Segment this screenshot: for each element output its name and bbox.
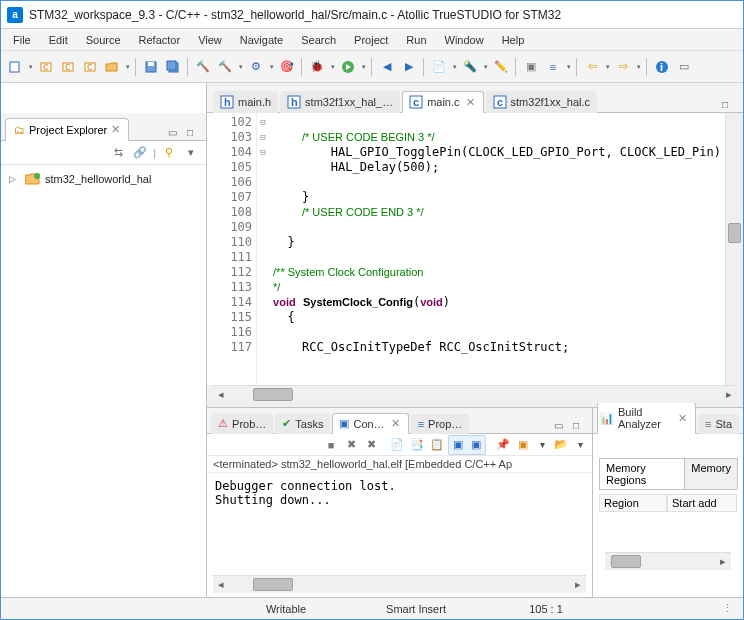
forward-dropdown-icon[interactable]: ▾ xyxy=(635,57,642,77)
console-scrollbar[interactable]: ◂ ▸ xyxy=(213,575,586,593)
menu-view[interactable]: View xyxy=(190,32,230,48)
new-folder[interactable] xyxy=(102,57,122,77)
collapse-all-icon[interactable]: ⇆ xyxy=(109,144,127,162)
search-dropdown-icon[interactable]: ▾ xyxy=(482,57,489,77)
run-button[interactable] xyxy=(338,57,358,77)
menu-refactor[interactable]: Refactor xyxy=(131,32,189,48)
build-target[interactable]: 🎯 xyxy=(277,57,297,77)
collapse-button[interactable]: ▭ xyxy=(674,57,694,77)
status-menu-icon[interactable]: ⋮ xyxy=(722,602,733,615)
menu-navigate[interactable]: Navigate xyxy=(232,32,291,48)
scrollbar-thumb[interactable] xyxy=(253,578,293,591)
minimize-view-icon[interactable]: ▭ xyxy=(550,417,566,433)
pin-console-icon[interactable]: 📌 xyxy=(494,436,512,454)
new-button[interactable] xyxy=(5,57,25,77)
build-dropdown-icon[interactable]: ▾ xyxy=(237,57,244,77)
new-folder-dropdown-icon[interactable]: ▾ xyxy=(124,57,131,77)
expand-arrow-icon[interactable]: ▷ xyxy=(9,174,21,184)
close-icon[interactable]: ✕ xyxy=(111,123,120,136)
scroll-right-icon[interactable]: ▸ xyxy=(715,553,731,570)
scroll-left-icon[interactable]: ◂ xyxy=(213,576,229,593)
tree-item-project[interactable]: ▷ stm32_helloworld_hal xyxy=(9,171,198,187)
maximize-editor-icon[interactable]: □ xyxy=(717,96,733,112)
save-button[interactable] xyxy=(141,57,161,77)
maximize-view-icon[interactable]: □ xyxy=(182,124,198,140)
vertical-scrollbar[interactable] xyxy=(725,113,743,385)
forward-button[interactable]: ⇨ xyxy=(613,57,633,77)
tab-extra[interactable]: ≡ Sta xyxy=(698,414,739,434)
clear-console-icon[interactable]: 📄 xyxy=(388,436,406,454)
horizontal-scrollbar[interactable]: ◂ ▸ xyxy=(213,385,737,403)
project-tree[interactable]: ▷ stm32_helloworld_hal xyxy=(1,165,206,597)
debug-dropdown-icon[interactable]: ▾ xyxy=(329,57,336,77)
tab-problems[interactable]: ⚠ Prob… xyxy=(211,413,273,434)
scroll-lock-icon[interactable]: 📑 xyxy=(408,436,426,454)
scrollbar-thumb[interactable] xyxy=(611,555,641,568)
remove-all-icon[interactable]: ✖ xyxy=(362,436,380,454)
tab-memory-regions[interactable]: Memory Regions xyxy=(599,458,685,489)
marker-button[interactable]: ✏️ xyxy=(491,57,511,77)
menu-source[interactable]: Source xyxy=(78,32,129,48)
back-button[interactable]: ⇦ xyxy=(582,57,602,77)
new-c-project-3[interactable]: c xyxy=(80,57,100,77)
minimize-view-icon[interactable]: ▭ xyxy=(164,124,180,140)
open-type[interactable]: 📄 xyxy=(429,57,449,77)
menu-window[interactable]: Window xyxy=(437,32,492,48)
build-scrollbar[interactable]: ◂ ▸ xyxy=(605,552,731,570)
build-config-dropdown-icon[interactable]: ▾ xyxy=(268,57,275,77)
info-button[interactable]: i xyxy=(652,57,672,77)
col-region[interactable]: Region xyxy=(599,494,667,512)
console-output[interactable]: Debugger connection lost. Shutting down.… xyxy=(207,473,592,575)
terminal-button[interactable]: ▣ xyxy=(521,57,541,77)
tab-memory-details[interactable]: Memory xyxy=(684,458,738,489)
new-dropdown-icon[interactable]: ▾ xyxy=(27,57,34,77)
tab-project-explorer[interactable]: 🗂 Project Explorer ✕ xyxy=(5,118,129,141)
code-editor[interactable]: 102 103 104 105 106 107 108 109 110 111 … xyxy=(207,113,743,385)
dropdown-icon[interactable]: ▾ xyxy=(534,437,550,453)
tab-main-c[interactable]: c main.c ✕ xyxy=(402,91,483,113)
menu-file[interactable]: File xyxy=(5,32,39,48)
scroll-right-icon[interactable]: ▸ xyxy=(570,576,586,593)
close-icon[interactable]: ✕ xyxy=(676,412,689,425)
menu-help[interactable]: Help xyxy=(494,32,533,48)
menu-edit[interactable]: Edit xyxy=(41,32,76,48)
terminate-icon[interactable]: ■ xyxy=(322,436,340,454)
col-start-addr[interactable]: Start add xyxy=(667,494,737,512)
show-when-stderr-icon[interactable]: ▣ xyxy=(467,436,485,454)
menu-search[interactable]: Search xyxy=(293,32,344,48)
open-type-dropdown-icon[interactable]: ▾ xyxy=(451,57,458,77)
new-c-project[interactable]: c xyxy=(36,57,56,77)
view-menu[interactable]: ≡ xyxy=(543,57,563,77)
close-icon[interactable]: ✕ xyxy=(464,96,477,109)
scroll-left-icon[interactable]: ◂ xyxy=(213,386,229,403)
close-icon[interactable]: ✕ xyxy=(389,417,402,430)
tab-console[interactable]: ▣ Con… ✕ xyxy=(332,413,408,434)
open-console-icon[interactable]: 📂 xyxy=(552,436,570,454)
menu-project[interactable]: Project xyxy=(346,32,396,48)
display-console-icon[interactable]: ▣ xyxy=(514,436,532,454)
tab-main-h[interactable]: h main.h xyxy=(213,91,278,113)
code-body[interactable]: /* USER CODE BEGIN 3 */ HAL_GPIO_ToggleP… xyxy=(269,113,725,385)
prev-ann[interactable]: ◀ xyxy=(377,57,397,77)
back-dropdown-icon[interactable]: ▾ xyxy=(604,57,611,77)
save-all-button[interactable] xyxy=(163,57,183,77)
link-editor-icon[interactable]: 🔗 xyxy=(131,144,149,162)
tab-tasks[interactable]: ✔ Tasks xyxy=(275,413,330,434)
remove-launch-icon[interactable]: ✖ xyxy=(342,436,360,454)
search-button[interactable]: 🔦 xyxy=(460,57,480,77)
scroll-right-icon[interactable]: ▸ xyxy=(721,386,737,403)
tab-hal-c[interactable]: c stm32f1xx_hal.c xyxy=(486,91,597,113)
build-config[interactable]: ⚙ xyxy=(246,57,266,77)
build-button[interactable]: 🔨 xyxy=(193,57,213,77)
wrap-icon[interactable]: 📋 xyxy=(428,436,446,454)
dropdown-icon[interactable]: ▾ xyxy=(572,437,588,453)
debug-button[interactable]: 🐞 xyxy=(307,57,327,77)
view-menu-icon[interactable]: ▾ xyxy=(182,144,200,162)
view-dropdown-icon[interactable]: ▾ xyxy=(565,57,572,77)
filter-icon[interactable]: ⚲ xyxy=(160,144,178,162)
maximize-view-icon[interactable]: □ xyxy=(568,417,584,433)
tab-build-analyzer[interactable]: 📊 Build Analyzer ✕ xyxy=(597,402,696,434)
build-all-button[interactable]: 🔨 xyxy=(215,57,235,77)
fold-column[interactable]: ⊟ ⊟ ⊟ xyxy=(257,113,269,385)
new-c-project-2[interactable]: c xyxy=(58,57,78,77)
